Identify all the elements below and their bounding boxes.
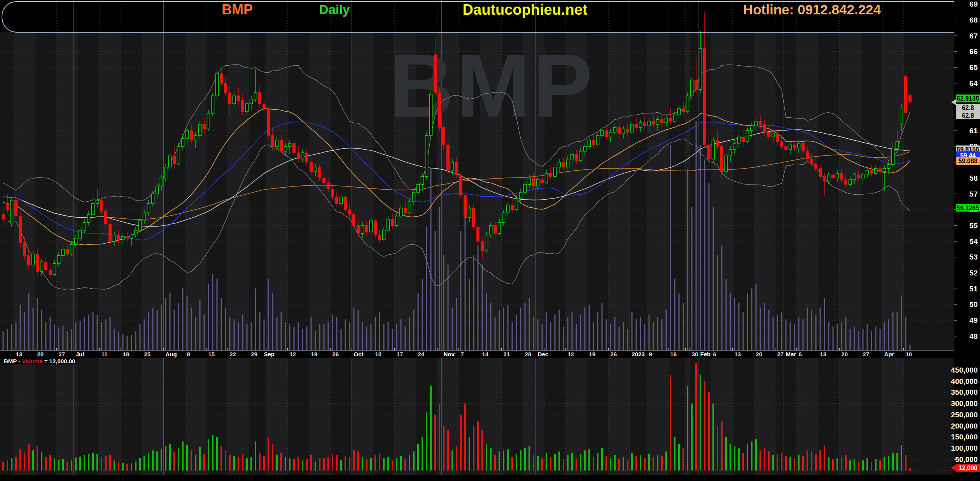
price-axis-label: 57 xyxy=(970,190,978,198)
week-label: 12 xyxy=(290,351,296,357)
price-tag-label: 62.8 xyxy=(962,112,974,119)
price-tag-label: 62.9135 xyxy=(957,95,979,102)
week-label: 14 xyxy=(482,351,489,357)
week-label: 28 xyxy=(525,351,532,357)
price-tag-label: 62.8 xyxy=(962,105,974,111)
watermark-text: BMP xyxy=(389,36,595,136)
price-axis-label: 54 xyxy=(970,237,978,246)
week-label: 21 xyxy=(504,351,510,357)
month-label: Sep xyxy=(264,351,275,357)
week-label: 20 xyxy=(756,351,763,357)
site-brand-label: Dautucophieu.net xyxy=(463,2,588,17)
volume-axis-label: 250,000 xyxy=(951,411,978,419)
month-label: Apr xyxy=(884,351,894,357)
price-axis-label: 53 xyxy=(970,253,978,261)
week-label: 16 xyxy=(670,351,677,357)
price-axis-label: 67 xyxy=(970,32,978,40)
week-label: 15 xyxy=(208,351,215,357)
week-label: 29 xyxy=(251,351,258,357)
price-tag-label: 59.088 xyxy=(959,158,978,164)
week-label: 13 xyxy=(16,351,23,357)
price-axis-label: 61 xyxy=(970,127,978,135)
price-axis-label: 50 xyxy=(970,300,978,308)
week-label: 8 xyxy=(187,351,190,357)
week-label: 10 xyxy=(906,351,912,357)
volume-title-separator: - xyxy=(17,358,22,364)
week-label: 12 xyxy=(568,351,574,357)
week-label: 30 xyxy=(692,351,698,357)
price-axis-label: 52 xyxy=(970,269,978,277)
price-axis-label: 58 xyxy=(970,174,978,182)
price-axis-label: 68 xyxy=(970,16,978,24)
month-label: 2023 xyxy=(632,351,645,357)
price-axis-label: 48 xyxy=(970,332,978,340)
week-label: 6 xyxy=(713,351,716,357)
volume-axis-label: 150,000 xyxy=(951,433,978,441)
volume-axis-label: 100,000 xyxy=(951,444,978,452)
volume-pane-title: BMP - Volume = 12,000.00 xyxy=(2,358,77,364)
week-label: 7 xyxy=(461,351,464,357)
month-label: Feb xyxy=(700,351,711,357)
week-label: 27 xyxy=(863,351,870,357)
week-label: 11 xyxy=(102,351,108,357)
chart-window: BMP132027Jul111825Aug8152229Sep121926Oct… xyxy=(0,0,980,481)
volume-axis-label: 50,000 xyxy=(955,455,978,464)
week-label: 10 xyxy=(375,351,382,357)
month-label: Jul xyxy=(76,351,84,357)
month-label: Oct xyxy=(354,351,364,357)
price-chart-canvas[interactable]: BMP132027Jul111825Aug8152229Sep121926Oct… xyxy=(0,0,980,481)
volume-axis-label: 200,000 xyxy=(951,422,978,430)
volume-axis-label: 400,000 xyxy=(951,377,978,385)
price-axis[interactable]: 6968676665646362616059585756555453525150… xyxy=(951,0,980,481)
timeframe-label: Daily xyxy=(319,2,350,17)
volume-tag-label: 12,000 xyxy=(959,465,978,471)
week-label: 18 xyxy=(123,351,130,357)
symbol-label: BMP xyxy=(222,2,253,17)
week-label: 27 xyxy=(59,351,65,357)
volume-title-value: = 12,000.00 xyxy=(42,358,75,364)
week-label: 22 xyxy=(230,351,236,357)
week-label: 20 xyxy=(842,351,848,357)
volume-title-symbol: BMP xyxy=(4,358,17,364)
volume-axis-label: 300,000 xyxy=(951,399,978,408)
week-label: 26 xyxy=(332,351,339,357)
week-label: 19 xyxy=(589,351,596,357)
price-axis-label: 49 xyxy=(970,316,978,324)
week-label: 20 xyxy=(37,351,44,357)
price-axis-label: 51 xyxy=(970,285,978,293)
volume-title-indicator: Volume xyxy=(22,358,42,364)
volume-axis-label: 350,000 xyxy=(951,388,978,396)
volume-axis-label: 450,000 xyxy=(951,366,978,374)
week-label: 27 xyxy=(777,351,784,357)
price-axis-label: 69 xyxy=(970,0,978,8)
price-axis-label: 65 xyxy=(970,63,978,71)
month-label: Aug xyxy=(166,351,177,357)
month-label: Dec xyxy=(538,351,549,357)
bottom-strip xyxy=(0,475,980,481)
hotline-label: Hotline: 0912.842.224 xyxy=(743,2,881,17)
price-axis-label: 66 xyxy=(970,47,978,56)
week-label: 9 xyxy=(649,351,652,357)
price-axis-label: 55 xyxy=(970,221,978,230)
week-label: 13 xyxy=(820,351,827,357)
week-label: 24 xyxy=(418,351,425,357)
week-label: 25 xyxy=(144,351,151,357)
watermark: BMP xyxy=(389,36,595,136)
week-label: 6 xyxy=(799,351,802,357)
week-label: 13 xyxy=(735,351,741,357)
price-axis-label: 64 xyxy=(970,79,978,87)
week-label: 19 xyxy=(311,351,318,357)
month-label: Mar xyxy=(786,351,796,357)
month-label: Nov xyxy=(444,351,455,357)
week-label: 17 xyxy=(397,351,403,357)
week-label: 26 xyxy=(611,351,617,357)
price-tag-label: 56.1265 xyxy=(957,205,979,211)
